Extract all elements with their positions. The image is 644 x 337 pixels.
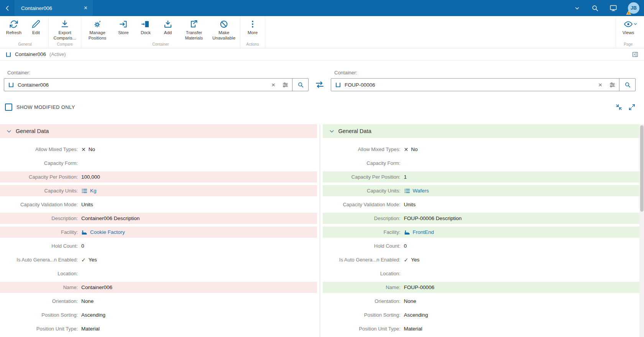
warning-badge-icon [626,10,631,15]
section-header-general-data[interactable]: General Data [323,124,640,138]
group-label: Container [82,41,239,48]
button-label: Export Comparis... [52,30,77,41]
field-label: Description: [0,215,81,221]
avatar[interactable]: JB [628,2,639,14]
panel-body: Allow Mixed Types:✕NoCapacity Form:Capac… [0,138,317,334]
field-value-text: FOUP-00006 Description [404,215,462,221]
views-button[interactable]: Views [617,18,639,36]
cross-icon: ✕ [404,146,409,153]
button-label: Refresh [6,30,21,36]
expand-all-icon[interactable] [628,104,636,111]
check-icon: ✓ [81,257,86,263]
field-label: Location: [0,271,81,276]
topbar: Container006 × JB [0,0,644,16]
field-value: 0 [81,243,84,249]
field-value-link[interactable]: Cookie Factory [90,229,125,235]
field-label: Is Auto Genera...n Enabled: [0,257,81,263]
container-icon [5,51,12,58]
close-icon[interactable]: × [82,5,89,11]
field-value-text: 1 [404,174,407,180]
tab-container006[interactable]: Container006 × [15,0,93,16]
swap-icon [315,80,324,89]
field-value: ✓Yes [81,257,97,263]
field-row-position-unit-type: Position Unit Type:Material [0,323,317,334]
field-label: Capacity Validation Mode: [323,202,404,207]
clear-icon[interactable]: × [268,82,279,88]
make-unavailable-icon [219,20,228,29]
field-value: ✕No [81,146,95,153]
back-button[interactable] [0,0,15,16]
refresh-button[interactable]: Refresh [3,18,25,36]
edit-button[interactable]: Edit [25,18,47,36]
swap-button[interactable] [309,78,331,91]
group-label: Compare [50,41,80,48]
field-value-link[interactable]: FrontEnd [413,229,434,235]
panels: General DataAllow Mixed Types:✕NoCapacit… [0,124,644,337]
store-button[interactable]: Store [112,18,135,36]
field-value-link[interactable]: Kg [90,188,97,194]
field-value-text: Units [404,202,416,207]
manage-positions-button[interactable]: Manage Positions [82,18,112,41]
button-label: Transfer Materials [181,30,207,41]
field-label: Orientation: [0,298,81,304]
field-value: None [404,298,416,304]
export-comparis-button[interactable]: Export Comparis... [50,18,80,41]
add-button[interactable]: Add [157,18,179,36]
vertical-scrollbar[interactable] [639,124,644,337]
field-row-is-auto-genera-n-enabled: Is Auto Genera...n Enabled:✓Yes [323,254,640,265]
more-button[interactable]: More [242,18,264,36]
group-label: General [3,41,47,48]
field-row-capacity-per-position: Capacity Per Position:1 [323,171,640,182]
caret-down-icon [633,21,638,26]
container-input-left[interactable]: Container006 × [4,78,309,91]
field-row-facility: Facility:FrontEnd [323,227,640,238]
show-modified-only-label: SHOW MODIFIED ONLY [16,104,75,110]
field-value-text: Yes [411,257,419,263]
collapse-all-icon[interactable] [615,104,623,111]
app-window: Container006 × JB RefreshEditGeneralExpo… [0,0,644,337]
field-value-link[interactable]: Wafers [413,188,429,194]
field-row-position-sorting: Position Sorting:Ascending [323,309,640,321]
container-input-right[interactable]: FOUP-00006 × [331,78,636,91]
section-header-general-data[interactable]: General Data [0,124,317,138]
toolbar-group-page: ViewsPage [616,16,644,48]
field-value: ✓Yes [404,257,420,263]
transfer-materials-button[interactable]: Transfer Materials [179,18,209,41]
make-unavailable-button[interactable]: Make Unavailable [209,18,239,41]
clear-icon[interactable]: × [595,82,606,88]
toolbar-group-actions: MoreActions [240,16,265,48]
field-value: 100,000 [81,174,100,180]
field-value-text: Yes [89,257,97,263]
field-row-hold-count: Hold Count:0 [0,240,317,252]
show-modified-only-checkbox[interactable] [5,104,12,111]
field-row-capacity-validation-mode: Capacity Validation Mode:Units [323,199,640,210]
field-value-text: Material [404,326,422,332]
monitor-icon[interactable] [610,4,617,12]
field-value-text: Material [81,326,100,332]
options-icon[interactable] [279,82,292,88]
chevron-down-icon[interactable] [574,5,580,12]
field-label: Allow Mixed Types: [0,146,81,152]
container-icon [8,82,14,88]
search-button[interactable] [292,79,308,91]
field-row-description: Description:Container006 Description [0,213,317,224]
field-label: Is Auto Genera...n Enabled: [323,257,404,263]
field-value-text: 0 [404,243,407,249]
check-icon: ✓ [404,257,409,263]
options-icon[interactable] [606,82,619,88]
button-label: Manage Positions [85,30,110,41]
field-value: Container006 [81,284,112,290]
panel-toggle-icon[interactable] [632,51,639,58]
field-value-text: Ascending [404,312,428,318]
search-icon[interactable] [591,4,599,12]
container-label-right: Container: [334,70,636,76]
tab-title: Container006 [21,5,82,11]
right-selector: Container: FOUP-00006 × [331,70,636,91]
toolbar-group-container: Manage PositionsStoreDockAddTransfer Mat… [81,16,240,48]
button-label: More [248,30,258,36]
search-button[interactable] [619,79,635,91]
field-label: Orientation: [323,298,404,304]
dock-button[interactable]: Dock [135,18,157,36]
facility-icon [81,229,87,235]
scrollbar-thumb[interactable] [640,125,644,212]
